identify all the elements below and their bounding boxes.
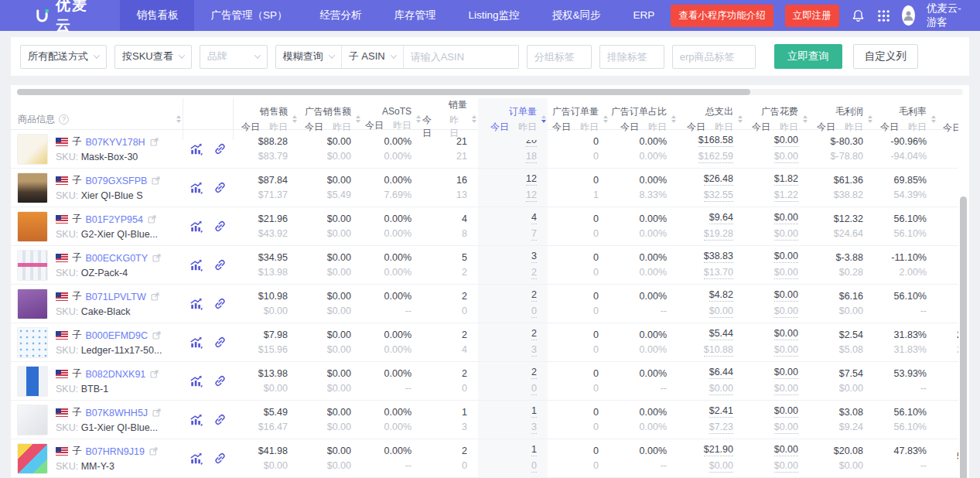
value-today[interactable]: $0.00: [774, 289, 798, 302]
asin-link[interactable]: B01F2YP954: [86, 214, 143, 225]
sort-icon[interactable]: [541, 115, 546, 123]
user-avatar[interactable]: [902, 5, 915, 26]
value-today[interactable]: 2: [531, 289, 537, 302]
column-header-ad-spend[interactable]: 广告花费 今日 昨日: [744, 98, 809, 140]
shipping-method-select[interactable]: 所有配送方式: [20, 45, 107, 69]
value-today[interactable]: $38.83: [704, 251, 733, 263]
analytics-chart-icon[interactable]: [190, 142, 203, 156]
value-yesterday[interactable]: 3: [531, 344, 537, 357]
external-link-icon[interactable]: [152, 330, 162, 340]
value-today[interactable]: $9.64: [709, 212, 733, 224]
nav-item-6[interactable]: ERP: [616, 0, 671, 31]
external-link-icon[interactable]: [152, 253, 162, 263]
link-icon[interactable]: [213, 258, 227, 271]
column-header-gross-profit[interactable]: 毛利润 今日 昨日: [809, 98, 874, 140]
miniprogram-intro-button[interactable]: 查看小程序功能介绍: [671, 5, 773, 27]
asin-link[interactable]: B082DNXK91: [86, 369, 146, 380]
link-icon[interactable]: [213, 413, 227, 426]
value-yesterday[interactable]: $19.28: [704, 228, 733, 241]
external-link-icon[interactable]: [151, 176, 161, 186]
asin-link[interactable]: B07HRN9J19: [86, 446, 145, 457]
apps-grid-icon[interactable]: [877, 9, 890, 22]
sort-icon[interactable]: [803, 115, 808, 123]
link-icon[interactable]: [213, 336, 227, 349]
column-header-ad-order-ratio[interactable]: 广告订单占比 今日 昨日: [610, 98, 678, 140]
value-today[interactable]: $26.48: [704, 173, 733, 186]
value-today[interactable]: $0.00: [774, 212, 798, 224]
link-icon[interactable]: [213, 181, 227, 194]
sort-icon[interactable]: [671, 115, 676, 123]
external-link-icon[interactable]: [152, 408, 162, 418]
vertical-scrollbar-thumb[interactable]: [960, 196, 967, 478]
value-today[interactable]: $6.44: [709, 367, 733, 379]
value-yesterday[interactable]: $0.00: [774, 151, 798, 163]
value-today[interactable]: $1.82: [774, 173, 798, 186]
help-icon[interactable]: [59, 114, 69, 125]
asin-type-select[interactable]: 子 ASIN: [342, 46, 404, 68]
sort-icon[interactable]: [738, 115, 743, 123]
value-yesterday[interactable]: 0: [531, 460, 537, 473]
nav-item-0[interactable]: 销售看板: [120, 0, 194, 31]
brand-select[interactable]: 品牌: [200, 45, 268, 69]
register-button[interactable]: 立即注册: [785, 5, 839, 27]
value-today[interactable]: $21.90: [704, 444, 733, 456]
sort-icon[interactable]: [931, 115, 936, 123]
analytics-chart-icon[interactable]: [190, 413, 203, 427]
asin-link[interactable]: B07K8WHH5J: [86, 408, 149, 418]
asin-link[interactable]: B079GXSFPB: [86, 176, 148, 186]
value-yesterday[interactable]: 0: [531, 383, 537, 395]
column-header-total-spend[interactable]: 总支出 今日 昨日: [678, 98, 744, 140]
value-today[interactable]: $5.44: [709, 328, 733, 340]
external-link-icon[interactable]: [149, 369, 159, 379]
nav-item-5[interactable]: 授权&同步: [535, 0, 616, 31]
value-yesterday[interactable]: $7.23: [709, 422, 733, 434]
value-yesterday[interactable]: 12: [526, 189, 537, 202]
value-today[interactable]: 12: [526, 173, 537, 186]
value-today[interactable]: $4.82: [709, 289, 733, 302]
value-today[interactable]: 1: [531, 405, 537, 418]
external-link-icon[interactable]: [147, 214, 157, 224]
value-yesterday[interactable]: $162.59: [698, 151, 733, 163]
sort-icon[interactable]: [472, 115, 476, 123]
column-header-orders[interactable]: 订单量 今日 昨日: [478, 98, 548, 140]
group-tag-input[interactable]: [527, 45, 592, 69]
value-yesterday[interactable]: $10.88: [704, 344, 733, 357]
external-link-icon[interactable]: [150, 292, 160, 302]
value-yesterday[interactable]: $0.00: [774, 422, 798, 434]
value-yesterday[interactable]: $0.00: [709, 383, 733, 395]
value-today[interactable]: $0.00: [774, 251, 798, 263]
column-header-sales[interactable]: 销售额 今日 昨日: [234, 98, 299, 140]
value-yesterday[interactable]: $0.00: [774, 267, 798, 279]
value-yesterday[interactable]: 18: [526, 151, 537, 163]
value-yesterday[interactable]: 2: [531, 267, 537, 279]
external-link-icon[interactable]: [149, 446, 159, 456]
asin-link[interactable]: B000EFMD9C: [86, 330, 149, 341]
value-today[interactable]: $0.00: [774, 405, 798, 418]
value-yesterday[interactable]: $0.00: [774, 344, 798, 357]
exclude-tag-input[interactable]: [599, 45, 664, 69]
value-today[interactable]: $2.41: [709, 405, 733, 418]
nav-item-2[interactable]: 经营分析: [303, 0, 377, 31]
value-yesterday[interactable]: 7: [531, 228, 537, 241]
link-icon[interactable]: [213, 374, 227, 388]
value-yesterday[interactable]: $13.70: [704, 267, 733, 279]
value-today[interactable]: 1: [531, 444, 537, 456]
analytics-chart-icon[interactable]: [190, 374, 203, 388]
customize-columns-button[interactable]: 自定义列: [853, 44, 918, 69]
link-icon[interactable]: [213, 220, 227, 233]
value-yesterday[interactable]: $0.00: [774, 228, 798, 241]
sort-icon[interactable]: [292, 115, 297, 123]
nav-item-3[interactable]: 库存管理: [377, 0, 452, 31]
erp-tag-input[interactable]: [672, 45, 756, 69]
analytics-chart-icon[interactable]: [190, 297, 203, 311]
value-today[interactable]: $0.00: [774, 328, 798, 340]
column-header-gross-margin[interactable]: 毛利率 今日 昨日: [874, 98, 937, 140]
value-today[interactable]: 2: [531, 328, 537, 340]
app-logo[interactable]: 优麦云: [0, 0, 120, 36]
value-today[interactable]: $0.00: [774, 444, 798, 456]
link-icon[interactable]: [213, 142, 227, 155]
sort-icon[interactable]: [416, 115, 421, 123]
value-yesterday[interactable]: $0.00: [709, 306, 733, 318]
column-header-asots[interactable]: ASoTS 今日 昨日: [362, 98, 422, 140]
notification-bell-icon[interactable]: [851, 9, 866, 23]
